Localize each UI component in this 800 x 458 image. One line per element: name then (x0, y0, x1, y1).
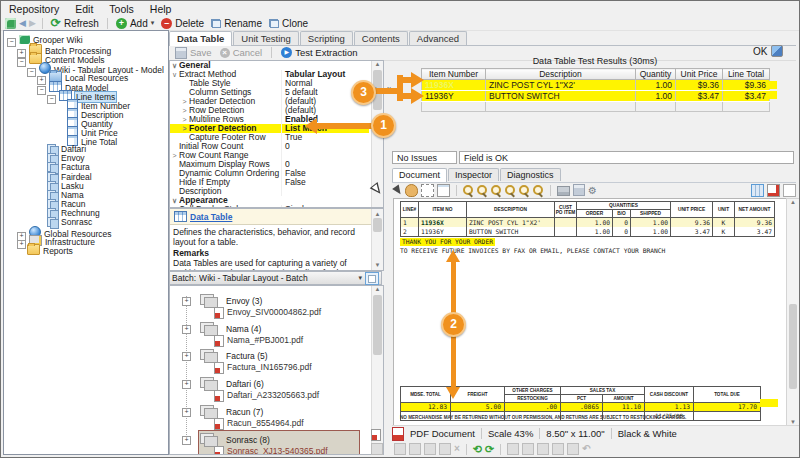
batch-expander[interactable]: + (182, 297, 191, 306)
tree-item-line-total[interactable]: Line Total (57, 135, 118, 144)
merge-tool-icon[interactable] (424, 443, 436, 455)
tab-diagnostics[interactable]: Diagnostics (500, 168, 561, 181)
zoom-height-icon[interactable] (533, 185, 544, 196)
tab-unit-testing[interactable]: Unit Testing (233, 31, 298, 45)
batch-expander[interactable]: + (182, 325, 191, 334)
cell-description[interactable]: BUTTON SWITCH (486, 91, 636, 102)
page-view-icon[interactable] (783, 184, 796, 197)
menu-repository[interactable]: Repository (1, 3, 67, 15)
save-image-icon[interactable] (573, 184, 585, 196)
rotate-left-icon[interactable]: ⟲ (473, 444, 482, 455)
print-icon[interactable] (557, 186, 570, 196)
delete-page-icon[interactable]: × (454, 444, 460, 454)
cell-line-total[interactable]: $3.47 (723, 91, 770, 102)
tree-item-reports[interactable]: Reports (17, 244, 74, 253)
move-tool-icon[interactable] (439, 443, 451, 455)
tree-item-grooper-wiki[interactable]: −Grooper Wiki (7, 35, 84, 44)
property-general[interactable]: ∨General (170, 61, 369, 70)
tab-data-table[interactable]: Data Table (169, 31, 232, 46)
batch-folder-factura-5[interactable]: Factura (5) (226, 351, 268, 361)
col-quantity[interactable]: Quantity (636, 69, 676, 80)
property-expander[interactable]: > (180, 115, 189, 124)
tree-item-fairdeal[interactable]: Fairdeal (37, 172, 93, 181)
property-expander[interactable]: > (180, 97, 189, 106)
rotate-right-icon[interactable]: ⟳ (485, 444, 494, 455)
select-region-icon[interactable] (421, 184, 434, 197)
tree-item-label[interactable]: Reports (42, 246, 74, 256)
tree-item-sonrasc[interactable]: Sonrasc (37, 217, 93, 226)
col-description[interactable]: Description (486, 69, 636, 80)
save-button[interactable]: Save (173, 47, 214, 59)
property-expander[interactable]: ∨ (170, 196, 179, 205)
page-tool-icon[interactable] (394, 443, 406, 455)
property-value[interactable]: True (281, 133, 369, 142)
crop-icon[interactable] (537, 443, 549, 455)
thumbnails-toggle-icon[interactable] (751, 184, 764, 197)
delete-button[interactable]: –Delete (159, 18, 206, 29)
pan-tool-icon[interactable] (405, 184, 418, 197)
col-line-total[interactable]: Line Total (723, 69, 770, 80)
despeckle-icon[interactable] (507, 443, 519, 455)
tree-item-racun[interactable]: Racun (37, 199, 87, 208)
batch-folder-sonrasc-8[interactable]: Sonrasc (8) (226, 435, 270, 445)
tree-expander[interactable]: − (47, 95, 56, 104)
tree-expander[interactable]: − (27, 68, 36, 77)
tree-item-factura[interactable]: Factura (37, 162, 91, 171)
tab-document[interactable]: Document (392, 168, 447, 182)
batch-expander[interactable]: + (182, 380, 191, 389)
property-value[interactable]: (default) (281, 106, 369, 115)
zoom-in-icon[interactable] (463, 185, 474, 196)
clone-button[interactable]: Clone (267, 18, 310, 29)
add-button[interactable]: +Add▾ (114, 18, 156, 29)
zoom-width-icon[interactable] (519, 185, 530, 196)
property-value[interactable] (281, 151, 369, 160)
property-column-settings[interactable]: Column Settings5 default (170, 88, 369, 97)
settings-icon[interactable]: ⚙ (588, 185, 597, 196)
tree-item-envoy[interactable]: Envoy (37, 153, 86, 162)
tree-item-daftari[interactable]: Daftari (37, 144, 87, 153)
property-expander[interactable]: ∨ (170, 70, 179, 79)
tab-advanced[interactable]: Advanced (409, 31, 467, 45)
property-header-detection[interactable]: >Header Detection(default) (170, 97, 369, 106)
property-value[interactable]: 0 (281, 142, 369, 151)
cell-item-number[interactable]: 11936Y (422, 91, 486, 102)
help-title-link[interactable]: Data Table (190, 212, 232, 222)
tree-item-item-number[interactable]: Item Number (57, 99, 131, 108)
rename-button[interactable]: Rename (209, 18, 264, 29)
property-extract-method[interactable]: ∨Extract MethodTabular Layout (170, 70, 369, 79)
results-empty-row[interactable] (422, 102, 770, 112)
results-row[interactable]: 11936Y BUTTON SWITCH 1.00 $3.47 $3.47 (422, 91, 770, 102)
cell-unit-price[interactable]: $9.36 (676, 80, 723, 91)
batch-name[interactable]: Wiki - Tabular Layout - Batch (199, 273, 355, 283)
zoom-out-icon[interactable] (477, 185, 488, 196)
tab-inspector[interactable]: Inspector (448, 168, 499, 181)
zoom-actual-icon[interactable] (491, 185, 502, 196)
property-value[interactable]: 0 (281, 160, 369, 169)
property-expander[interactable]: ∨ (170, 61, 179, 70)
batch-file-racun-8554964-pdf[interactable]: Racun_8554964.pdf (227, 418, 304, 428)
tab-contents[interactable]: Contents (354, 31, 408, 45)
property-value[interactable]: False (281, 169, 369, 178)
tree-item-global-resources[interactable]: +Global Resources (17, 226, 113, 235)
property-value[interactable]: Tabular Layout (281, 70, 369, 79)
property-row-detection[interactable]: >Row Detection(default) (170, 106, 369, 115)
split-tool-icon[interactable] (409, 443, 421, 455)
menu-edit[interactable]: Edit (67, 3, 101, 15)
pdf-view-icon[interactable] (767, 184, 780, 197)
property-value[interactable]: False (281, 178, 369, 187)
menu-help[interactable]: Help (142, 3, 180, 15)
tree-expander[interactable]: − (37, 86, 46, 95)
pointer-tool-icon[interactable] (392, 184, 404, 196)
batch-folder-daftari-6[interactable]: Daftari (6) (226, 379, 264, 389)
tree-item-description[interactable]: Description (57, 108, 125, 117)
invert-icon[interactable] (552, 443, 564, 455)
batch-expander[interactable]: + (182, 408, 191, 417)
col-unit-price[interactable]: Unit Price (676, 69, 723, 80)
menu-tools[interactable]: Tools (101, 3, 142, 15)
tree-item-content-models[interactable]: −Content Models (17, 53, 106, 62)
batch-file-factura-in165796-pdf[interactable]: Factura_IN165796.pdf (227, 362, 312, 372)
undo-icon[interactable]: ↶ (582, 444, 590, 454)
property-expander[interactable]: > (170, 151, 179, 160)
property-dynamic-column-ordering[interactable]: Dynamic Column OrderingFalse (170, 169, 369, 178)
results-row[interactable]: 11936X ZINC POST CYL 1"X2' 1.00 $9.36 $9… (422, 80, 770, 91)
